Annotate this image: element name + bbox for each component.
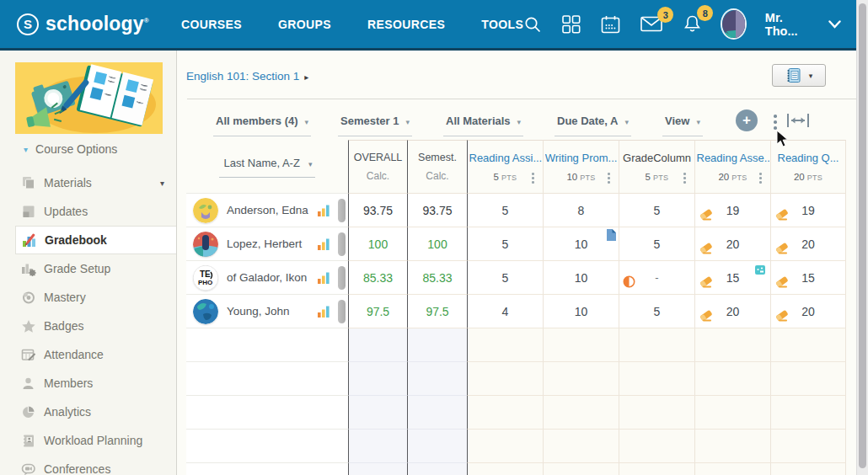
empty-cell[interactable] [619, 362, 694, 396]
grade-cell[interactable]: 20 [770, 295, 846, 328]
grade-cell[interactable]: 20 [770, 227, 846, 261]
page-scrollbar[interactable] [856, 0, 868, 475]
scrollbar-thumb[interactable] [859, 3, 866, 468]
gradebook-view-button[interactable]: ▾ [772, 64, 826, 87]
empty-cell[interactable] [467, 463, 543, 475]
empty-cell[interactable] [467, 430, 543, 463]
empty-cell[interactable] [543, 463, 619, 475]
column-menu-kebab[interactable] [682, 171, 688, 185]
sidebar-item-workload-planning[interactable]: Workload Planning [0, 426, 176, 455]
course-options-toggle[interactable]: ▾ Course Options [24, 142, 117, 156]
empty-cell[interactable] [407, 463, 467, 475]
sidebar-item-attendance[interactable]: Attendance [0, 340, 176, 369]
empty-cell[interactable] [543, 396, 619, 430]
grade-cell[interactable]: 10 [543, 261, 619, 295]
empty-cell[interactable] [694, 463, 770, 475]
empty-cell[interactable] [407, 430, 467, 463]
empty-cell[interactable] [467, 328, 543, 362]
schoology-logo[interactable]: S schoology® [17, 13, 149, 35]
sort-filter-dropdown[interactable]: Due Date, A▾ [555, 113, 631, 136]
materials-filter-dropdown[interactable]: All Materials▾ [443, 113, 523, 136]
grade-cell[interactable]: 5 [467, 261, 543, 295]
student-sort-dropdown[interactable]: Last Name, A-Z▾ [219, 155, 316, 178]
empty-cell[interactable] [619, 430, 694, 463]
sidebar-item-gradebook[interactable]: Gradebook [15, 226, 176, 254]
empty-cell[interactable] [770, 430, 846, 463]
student-stats-icon[interactable] [318, 205, 330, 220]
members-filter-dropdown[interactable]: All members (4)▾ [213, 113, 311, 136]
nav-link-courses[interactable]: COURSES [181, 18, 242, 31]
add-grade-item-button[interactable]: + [736, 109, 758, 131]
course-cover-image[interactable] [15, 62, 163, 134]
sidebar-item-mastery[interactable]: Mastery [0, 283, 176, 312]
column-menu-kebab[interactable] [606, 171, 612, 185]
empty-cell[interactable] [407, 396, 467, 430]
empty-cell[interactable] [543, 328, 619, 362]
empty-cell[interactable] [467, 362, 543, 396]
notifications-icon[interactable]: 8 [683, 14, 702, 34]
empty-cell[interactable] [619, 396, 694, 430]
empty-cell[interactable] [186, 463, 348, 475]
sidebar-item-updates[interactable]: Updates [0, 197, 176, 226]
student-row[interactable]: Lopez, Herbert [186, 227, 348, 261]
nav-link-tools[interactable]: TOOLS [481, 18, 523, 31]
grade-cell[interactable]: 15 [770, 261, 846, 295]
empty-cell[interactable] [694, 430, 770, 463]
grade-cell[interactable]: 5 [467, 227, 543, 261]
empty-cell[interactable] [694, 328, 770, 362]
empty-cell[interactable] [407, 328, 467, 362]
sidebar-item-analytics[interactable]: Analytics [0, 398, 176, 426]
student-stats-icon[interactable] [318, 238, 330, 254]
empty-cell[interactable] [467, 396, 543, 430]
empty-cell[interactable] [186, 328, 348, 362]
empty-cell[interactable] [186, 430, 348, 463]
grade-cell[interactable]: 20 [694, 227, 770, 261]
grade-cell[interactable]: 15 [694, 261, 770, 295]
view-filter-dropdown[interactable]: View▾ [662, 113, 703, 136]
grade-cell[interactable]: 5 [619, 295, 694, 328]
row-drag-handle[interactable] [338, 266, 346, 290]
user-name[interactable]: Mr. Tho... [765, 11, 808, 38]
empty-cell[interactable] [186, 396, 348, 430]
empty-cell[interactable] [694, 362, 770, 396]
grade-cell[interactable]: 5 [467, 194, 543, 227]
grade-cell[interactable]: 10 [543, 227, 619, 261]
column-menu-kebab[interactable] [758, 171, 764, 185]
student-row[interactable]: Anderson, Edna [186, 194, 348, 227]
grade-cell[interactable]: 19 [770, 194, 846, 227]
sidebar-item-grade-setup[interactable]: Grade Setup [0, 254, 176, 283]
empty-cell[interactable] [770, 463, 846, 475]
empty-cell[interactable] [770, 362, 846, 396]
student-stats-icon[interactable] [318, 306, 330, 321]
row-drag-handle[interactable] [338, 199, 346, 222]
student-avatar[interactable] [193, 299, 218, 324]
grade-cell[interactable]: 5 [619, 194, 694, 227]
grading-period-filter-dropdown[interactable]: Semester 1▾ [338, 113, 412, 136]
grade-cell[interactable]: 19 [694, 194, 770, 227]
user-avatar[interactable] [722, 10, 745, 38]
empty-cell[interactable] [348, 463, 407, 475]
empty-cell[interactable] [543, 362, 619, 396]
empty-cell[interactable] [770, 396, 846, 430]
sidebar-item-members[interactable]: Members [0, 369, 176, 398]
empty-cell[interactable] [770, 328, 846, 362]
empty-cell[interactable] [619, 328, 694, 362]
empty-cell[interactable] [348, 362, 407, 396]
nav-link-groups[interactable]: GROUPS [278, 18, 331, 31]
student-avatar[interactable]: TEPHO [193, 265, 218, 291]
expand-columns-icon[interactable] [786, 112, 810, 132]
sidebar-item-conferences[interactable]: Conferences [0, 455, 176, 475]
breadcrumb[interactable]: English 101: Section 1▸ [186, 70, 308, 83]
grade-cell[interactable]: 5 [619, 227, 694, 261]
empty-cell[interactable] [694, 396, 770, 430]
account-chevron-down-icon[interactable] [828, 20, 841, 29]
grade-cell[interactable]: 10 [543, 295, 619, 328]
student-row[interactable]: Young, John [186, 295, 348, 328]
grade-cell[interactable]: 8 [543, 194, 619, 227]
sidebar-item-materials[interactable]: Materials ▾ [0, 168, 176, 197]
row-drag-handle[interactable] [338, 300, 346, 323]
empty-cell[interactable] [348, 430, 407, 463]
empty-cell[interactable] [619, 463, 694, 475]
student-row[interactable]: TEPHO of Galador, Ikon [186, 261, 348, 295]
empty-cell[interactable] [186, 362, 348, 396]
